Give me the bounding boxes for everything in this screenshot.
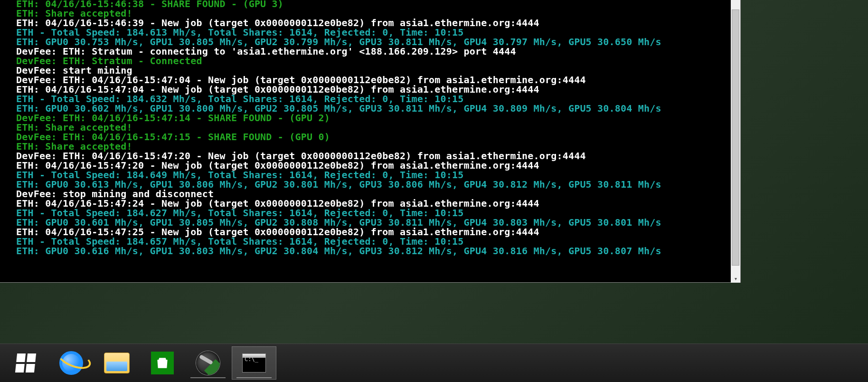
terminal-line: ETH: Share accepted!: [16, 9, 730, 18]
ie-button[interactable]: [49, 347, 93, 379]
vertical-scrollbar[interactable]: ▾: [731, 0, 740, 283]
terminal-line: ETH: 04/16/16-15:47:24 - New job (target…: [16, 199, 730, 208]
terminal-line: DevFee: stop mining and disconnect: [16, 189, 730, 199]
terminal-line: ETH: GPU0 30.601 Mh/s, GPU1 30.805 Mh/s,…: [16, 218, 730, 227]
terminal-line: ETH - Total Speed: 184.657 Mh/s, Total S…: [16, 237, 730, 246]
scroll-down-button[interactable]: ▾: [731, 274, 740, 283]
terminal-line: ETH: GPU0 30.613 Mh/s, GPU1 30.806 Mh/s,…: [16, 180, 730, 189]
terminal-line: ETH: 04/16/16-15:46:39 - New job (target…: [16, 18, 730, 28]
folder-icon: [104, 353, 130, 373]
terminal-line: ETH - Total Speed: 184.649 Mh/s, Total S…: [16, 170, 730, 180]
terminal-line: DevFee: ETH: 04/16/16-15:47:04 - New job…: [16, 75, 730, 85]
windows-icon: [16, 353, 35, 372]
terminal-line: ETH: GPU0 30.616 Mh/s, GPU1 30.803 Mh/s,…: [16, 246, 730, 256]
terminal-line: ETH: Share accepted!: [16, 123, 730, 132]
store-icon: [151, 352, 174, 374]
cmd-button[interactable]: C:\_: [232, 346, 276, 380]
terminal-line: ETH: 04/16/16-15:47:20 - New job (target…: [16, 161, 730, 170]
terminal-line: ETH: GPU0 30.602 Mh/s, GPU1 30.800 Mh/s,…: [16, 104, 730, 113]
terminal-line: DevFee: ETH: Stratum - connecting to 'as…: [16, 47, 730, 56]
console-window: ETH: 04/16/16-15:46:38 - SHARE FOUND - (…: [0, 0, 741, 283]
start-button[interactable]: [4, 347, 47, 379]
desktop-gap: [0, 283, 868, 344]
terminal-line: ETH: 04/16/16-15:47:04 - New job (target…: [16, 85, 730, 94]
terminal-line: ETH: Share accepted!: [16, 142, 730, 151]
terminal-line: DevFee: ETH: 04/16/16-15:47:20 - New job…: [16, 151, 730, 161]
terminal-line: DevFee: ETH: 04/16/16-15:47:14 - SHARE F…: [16, 113, 730, 123]
terminal-line: DevFee: start mining: [16, 66, 730, 75]
globe-arrow-icon: [196, 351, 220, 375]
store-button[interactable]: [141, 347, 184, 379]
cmd-icon: C:\_: [242, 353, 266, 372]
terminal-line: DevFee: ETH: Stratum - Connected: [16, 56, 730, 66]
terminal-line: ETH - Total Speed: 184.632 Mh/s, Total S…: [16, 94, 730, 104]
ie-icon: [59, 351, 83, 375]
taskbar: C:\_: [0, 344, 868, 382]
scrollbar-thumb[interactable]: [732, 10, 739, 266]
terminal-line: ETH: 04/16/16-15:47:25 - New job (target…: [16, 227, 730, 237]
terminal-line: ETH - Total Speed: 184.613 Mh/s, Total S…: [16, 28, 730, 37]
terminal-line: ETH - Total Speed: 184.627 Mh/s, Total S…: [16, 208, 730, 218]
explorer-button[interactable]: [95, 347, 139, 379]
app-button[interactable]: [186, 347, 230, 379]
terminal-output[interactable]: ETH: 04/16/16-15:46:38 - SHARE FOUND - (…: [16, 0, 730, 277]
terminal-line: DevFee: ETH: 04/16/16-15:47:15 - SHARE F…: [16, 132, 730, 142]
terminal-line: ETH: GPU0 30.753 Mh/s, GPU1 30.805 Mh/s,…: [16, 37, 730, 47]
